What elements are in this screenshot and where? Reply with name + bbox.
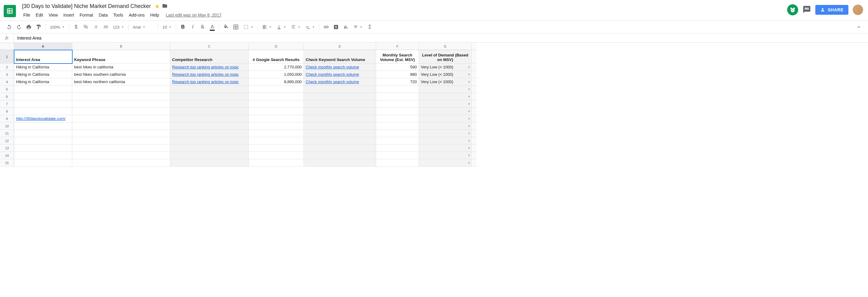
row-header-10[interactable]: 10 — [0, 123, 14, 130]
menu-view[interactable]: View — [46, 11, 60, 19]
insert-chart-icon[interactable] — [341, 23, 350, 31]
cell-A4[interactable]: Hiking in California — [14, 78, 72, 86]
cell-B2[interactable]: best hikes in california — [72, 63, 170, 71]
cell-F2[interactable]: 590 — [376, 63, 419, 71]
row-header-6[interactable]: 6 — [0, 93, 14, 100]
cell-C15[interactable] — [170, 159, 249, 167]
cell-E10[interactable] — [304, 123, 376, 130]
cell-G9[interactable]: ▼ — [419, 115, 472, 123]
row-header-9[interactable]: 9 — [0, 115, 14, 123]
cell-B8[interactable] — [72, 108, 170, 115]
cell-F5[interactable] — [376, 86, 419, 93]
cell-D10[interactable] — [249, 123, 304, 130]
cell-B3[interactable]: best hikes southern california — [72, 71, 170, 78]
cell-G4[interactable]: Very Low (< 1000)▼ — [419, 78, 472, 86]
cell-G6[interactable]: ▼ — [419, 93, 472, 100]
cell-C13[interactable] — [170, 144, 249, 152]
cell-C11[interactable] — [170, 130, 249, 137]
cell-A11[interactable] — [14, 130, 72, 137]
collapse-toolbar-icon[interactable] — [855, 23, 863, 31]
paint-format-icon[interactable] — [34, 23, 43, 31]
redo-icon[interactable] — [15, 23, 23, 31]
italic-icon[interactable]: I — [188, 23, 197, 31]
row-header-1[interactable]: 1 — [0, 50, 14, 63]
extension-icon[interactable] — [787, 4, 798, 15]
cell-D4[interactable]: 8,890,000 — [249, 78, 304, 86]
print-icon[interactable] — [25, 23, 33, 31]
text-wrap-icon[interactable]: ▼ — [289, 23, 302, 31]
bold-icon[interactable]: B — [179, 23, 187, 31]
insert-comment-icon[interactable] — [332, 23, 340, 31]
cell-E4[interactable]: Check monthly search volume — [304, 78, 376, 86]
select-all-corner[interactable] — [0, 43, 14, 50]
cell-A8[interactable] — [14, 108, 72, 115]
cell-G10[interactable]: ▼ — [419, 123, 472, 130]
row-header-12[interactable]: 12 — [0, 137, 14, 144]
zoom-select[interactable]: 100%▼ — [48, 24, 66, 31]
row-header-7[interactable]: 7 — [0, 100, 14, 108]
cell-C14[interactable] — [170, 152, 249, 159]
cell-E11[interactable] — [304, 130, 376, 137]
font-select[interactable]: Arial▼ — [131, 24, 156, 31]
cell-G15[interactable]: ▼ — [419, 159, 472, 167]
cell-F6[interactable] — [376, 93, 419, 100]
cell-D14[interactable] — [249, 152, 304, 159]
column-header-D[interactable]: D — [249, 43, 304, 50]
cell-E7[interactable] — [304, 100, 376, 108]
cell-D8[interactable] — [249, 108, 304, 115]
star-icon[interactable]: ★ — [155, 3, 160, 10]
cell-F14[interactable] — [376, 152, 419, 159]
font-size-select[interactable]: 10▼ — [161, 24, 173, 31]
cell-D6[interactable] — [249, 93, 304, 100]
cell-C9[interactable] — [170, 115, 249, 123]
insert-link-icon[interactable] — [322, 23, 331, 31]
cell-A15[interactable] — [14, 159, 72, 167]
fill-color-icon[interactable] — [222, 23, 230, 31]
cell-D9[interactable] — [249, 115, 304, 123]
cell-B6[interactable] — [72, 93, 170, 100]
cell-F8[interactable] — [376, 108, 419, 115]
cell-A12[interactable] — [14, 137, 72, 144]
cell-G7[interactable]: ▼ — [419, 100, 472, 108]
cell-C10[interactable] — [170, 123, 249, 130]
row-header-4[interactable]: 4 — [0, 78, 14, 86]
cell-A3[interactable]: Hiking in California — [14, 71, 72, 78]
cell-E5[interactable] — [304, 86, 376, 93]
cell-G11[interactable]: ▼ — [419, 130, 472, 137]
row-header-14[interactable]: 14 — [0, 152, 14, 159]
percent-icon[interactable]: % — [82, 23, 90, 31]
cell-E12[interactable] — [304, 137, 376, 144]
cell-F11[interactable] — [376, 130, 419, 137]
cell-A14[interactable] — [14, 152, 72, 159]
menu-insert[interactable]: Insert — [61, 11, 76, 19]
formula-input[interactable] — [14, 35, 868, 40]
cell-C5[interactable] — [170, 86, 249, 93]
document-title[interactable]: [30 Days to Validate] Niche Market Deman… — [21, 2, 152, 10]
cell-F9[interactable] — [376, 115, 419, 123]
cell-E14[interactable] — [304, 152, 376, 159]
functions-icon[interactable]: Σ — [366, 23, 374, 31]
cell-E8[interactable] — [304, 108, 376, 115]
cell-G3[interactable]: Very Low (< 1000)▼ — [419, 71, 472, 78]
cell-E2[interactable]: Check monthly search volume — [304, 63, 376, 71]
row-header-5[interactable]: 5 — [0, 86, 14, 93]
cell-B4[interactable]: best hikes northern california — [72, 78, 170, 86]
cell-A13[interactable] — [14, 144, 72, 152]
vertical-align-icon[interactable]: ▼ — [275, 23, 288, 31]
cell-G5[interactable]: ▼ — [419, 86, 472, 93]
menu-file[interactable]: File — [21, 11, 33, 19]
folder-icon[interactable] — [162, 3, 167, 10]
cell-A7[interactable] — [14, 100, 72, 108]
cell-D3[interactable]: 1,050,000 — [249, 71, 304, 78]
column-header-G[interactable]: G — [419, 43, 472, 50]
decrease-decimal-icon[interactable]: .0 — [91, 23, 100, 31]
cell-D1[interactable]: # Google Search Results — [249, 50, 304, 63]
cell-A2[interactable]: Hiking in California — [14, 63, 72, 71]
row-header-2[interactable]: 2 — [0, 63, 14, 71]
cell-B7[interactable] — [72, 100, 170, 108]
cell-C7[interactable] — [170, 100, 249, 108]
strikethrough-icon[interactable]: S — [198, 23, 207, 31]
cell-C4[interactable]: Research top ranking articles on topic — [170, 78, 249, 86]
currency-icon[interactable]: $ — [72, 23, 80, 31]
cell-B12[interactable] — [72, 137, 170, 144]
